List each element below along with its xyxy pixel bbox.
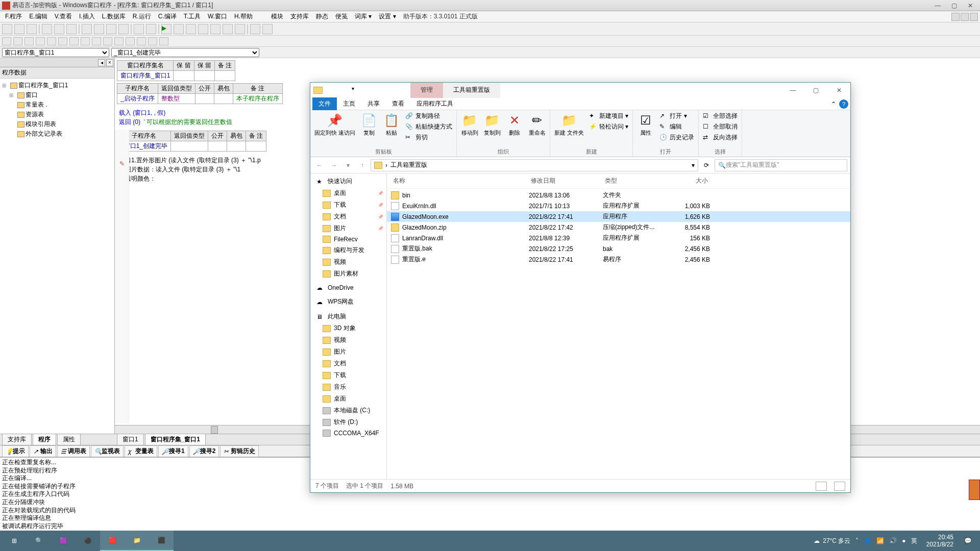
toolbar-button[interactable] xyxy=(114,37,124,45)
sidebar-close-icon[interactable]: × xyxy=(106,59,113,66)
dropdown-programset[interactable]: 窗口程序集_窗口1 xyxy=(2,48,109,57)
toolbar-button[interactable] xyxy=(186,24,196,34)
view-icons-button[interactable] xyxy=(834,482,845,491)
nav-item[interactable]: ☁OneDrive xyxy=(310,283,386,293)
programset-grid[interactable]: 窗口程序集名保 留保 留备 注 窗口程序集_窗口1 xyxy=(117,60,235,81)
nav-item[interactable]: 文档 xyxy=(310,211,386,222)
context-tab-manage[interactable]: 管理 xyxy=(410,83,443,98)
nav-back-button[interactable]: ← xyxy=(313,159,326,171)
tab-support[interactable]: 支持库 xyxy=(2,434,32,445)
file-row[interactable]: 重置版.e 2021/8/22 17:41 易程序 2,456 KB xyxy=(387,254,850,265)
menu-item[interactable]: 静态 xyxy=(313,11,331,22)
file-row[interactable]: GlazedMoon.exe 2021/8/22 17:41 应用程序 1,62… xyxy=(387,211,850,222)
tray-ime[interactable]: 英 xyxy=(911,537,917,545)
nav-item[interactable]: 桌面 xyxy=(310,187,386,199)
qat-button[interactable] xyxy=(338,86,347,95)
history-button[interactable]: 🕒历史记录 xyxy=(658,133,695,142)
ide-close-button[interactable]: ✕ xyxy=(963,2,978,10)
menu-item[interactable]: W.窗口 xyxy=(205,11,230,22)
menu-item[interactable]: 词库 ▾ xyxy=(352,11,375,22)
toolbar-button[interactable] xyxy=(24,37,34,45)
toolbar-button[interactable] xyxy=(223,24,233,34)
toolbar-button[interactable] xyxy=(235,24,245,34)
ide-minimize-button[interactable]: — xyxy=(930,2,945,10)
explorer-close-button[interactable]: ✕ xyxy=(827,83,850,98)
toolbar-button[interactable] xyxy=(210,24,220,34)
nav-item[interactable]: 视频 xyxy=(310,256,386,268)
toolbar-button[interactable] xyxy=(103,37,112,45)
toolbar-button[interactable] xyxy=(262,24,273,34)
tool-tab[interactable]: 🔎搜寻2 xyxy=(189,445,219,457)
side-handle[interactable] xyxy=(969,480,980,500)
easy-access-button[interactable]: ⚡轻松访问 ▾ xyxy=(588,122,629,132)
toolbar-button[interactable] xyxy=(159,37,168,45)
dropdown-subroutine[interactable]: _窗口1_创建完毕 xyxy=(111,48,259,57)
ribbon-collapse-icon[interactable]: ⌃ xyxy=(828,101,839,108)
file-row[interactable]: GlazedMoon.zip 2021/8/22 17:42 压缩(zipped… xyxy=(387,222,850,233)
cut-button[interactable]: ✂剪切 xyxy=(404,133,453,142)
tab-properties[interactable]: 属性 xyxy=(57,434,81,445)
toolbar-button[interactable] xyxy=(58,37,67,45)
toolbar-button[interactable] xyxy=(81,37,90,45)
tool-tab[interactable]: 🔍监视表 xyxy=(91,445,124,457)
delete-button[interactable]: ✕删除 xyxy=(505,111,524,137)
tree-node[interactable]: 窗口程序集_窗口1 xyxy=(18,81,68,90)
tray-chevron-icon[interactable]: ˄ xyxy=(855,537,859,544)
weather-widget[interactable]: ☁ 27°C 多云 xyxy=(814,537,850,545)
toolbar-icon[interactable] xyxy=(961,13,969,21)
ribbon-tab-apptools[interactable]: 应用程序工具 xyxy=(410,97,459,110)
help-icon[interactable]: ? xyxy=(839,99,848,109)
toolbar-button[interactable] xyxy=(134,24,144,34)
tree-node[interactable]: 资源表 xyxy=(26,110,44,119)
properties-button[interactable]: ☑属性 xyxy=(636,111,655,137)
tool-tab[interactable]: ✂剪辑历史 xyxy=(220,445,259,457)
ribbon-tab-view[interactable]: 查看 xyxy=(386,97,410,110)
copyto-button[interactable]: 📁复制到 xyxy=(482,111,502,137)
tree-node[interactable]: 外部文记录表 xyxy=(26,130,62,138)
col-date[interactable]: 修改日期 xyxy=(529,176,603,186)
file-row[interactable]: ExuiKrnln.dll 2021/7/1 10:13 应用程序扩展 1,00… xyxy=(387,201,850,211)
nav-item[interactable]: 图片素材 xyxy=(310,268,386,280)
taskbar-app[interactable]: 🟥 xyxy=(100,531,125,551)
toolbar-run-button[interactable]: ▶ xyxy=(161,24,172,34)
explorer-maximize-button[interactable]: ▢ xyxy=(804,83,827,98)
toolbar-button[interactable] xyxy=(13,37,22,45)
subroutine-grid2[interactable]: 子程序名返回值类型公开易包备 注 _窗口1_创建完毕 xyxy=(117,131,266,152)
navigation-pane[interactable]: ★快速访问桌面下载文档图片FileRecv编程与开发视频图片素材☁OneDriv… xyxy=(310,173,387,479)
nav-item[interactable]: 3D 对象 xyxy=(310,322,386,334)
toolbar-button[interactable] xyxy=(82,24,92,34)
paste-button[interactable]: 📋粘贴 xyxy=(382,111,401,137)
toolbar-button[interactable] xyxy=(2,37,11,45)
toolbar-button[interactable] xyxy=(137,37,146,45)
tree-node[interactable]: 常量表 . xyxy=(26,101,47,109)
tool-tab[interactable]: ☰调用表 xyxy=(57,445,90,457)
tab-window1[interactable]: 窗口1 xyxy=(117,434,144,445)
column-headers[interactable]: 名称 修改日期 类型 大小 xyxy=(387,173,850,189)
nav-item[interactable]: 下载 xyxy=(310,199,386,211)
toolbar-button[interactable] xyxy=(198,24,208,34)
select-invert-button[interactable]: ⇄反向选择 xyxy=(702,133,739,142)
nav-item[interactable]: 🖥此电脑 xyxy=(310,311,386,322)
new-folder-button[interactable]: 📁新建 文件夹 xyxy=(553,111,585,137)
toolbar-button[interactable] xyxy=(47,37,56,45)
tray-network-icon[interactable]: 📶 xyxy=(876,537,884,544)
nav-item[interactable]: ☁WPS网盘 xyxy=(310,296,386,308)
taskbar-app-explorer[interactable]: 📁 xyxy=(125,531,149,551)
pin-button[interactable]: 📌固定到快 速访问 xyxy=(313,111,356,137)
nav-recent-button[interactable]: ▾ xyxy=(342,159,354,171)
select-none-button[interactable]: ☐全部取消 xyxy=(702,122,739,132)
toolbar-button[interactable] xyxy=(146,24,156,34)
menu-item[interactable]: 便笺 xyxy=(332,11,351,22)
refresh-button[interactable]: ⟳ xyxy=(700,159,713,171)
toolbar-button[interactable] xyxy=(126,37,135,45)
breadcrumb[interactable]: 工具箱重置版 xyxy=(390,161,427,169)
toolbar-button[interactable] xyxy=(118,24,129,34)
menu-item[interactable]: I.插入 xyxy=(76,11,98,22)
tool-tab[interactable]: ↗输出 xyxy=(30,445,56,457)
taskbar-app[interactable]: ⬛ xyxy=(149,531,174,551)
paste-shortcut-button[interactable]: 📎粘贴快捷方式 xyxy=(404,122,453,132)
menu-item[interactable]: T.工具 xyxy=(181,11,204,22)
open-button[interactable]: ↗打开 ▾ xyxy=(658,111,695,121)
toolbar-button[interactable] xyxy=(92,37,101,45)
nav-item[interactable]: 图片 xyxy=(310,222,386,234)
